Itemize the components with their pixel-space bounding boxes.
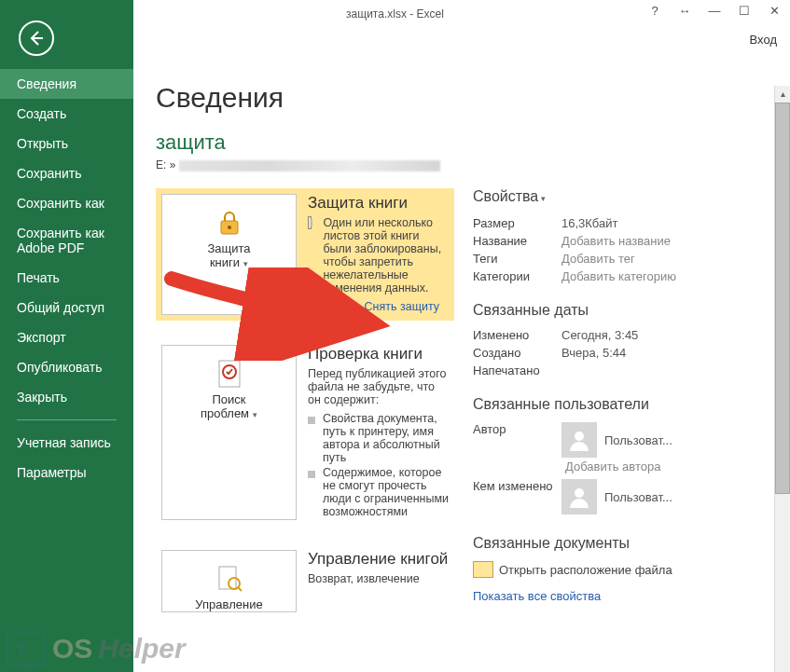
prop-size-label: Размер (473, 216, 561, 230)
prop-title-label: Название (473, 234, 561, 248)
nav-separator (17, 419, 117, 420)
date-modified-label: Изменено (473, 328, 561, 342)
nav-item-export[interactable]: Экспорт (0, 322, 133, 352)
chevron-down-icon: ▾ (243, 259, 248, 268)
manage-workbook-button[interactable]: Управление (161, 550, 297, 612)
nav-item-info[interactable]: Сведения (0, 69, 133, 99)
scroll-up-arrow[interactable]: ▴ (775, 86, 790, 103)
inspect-workbook-card: Поиск проблем▾ Проверка книги Перед публ… (156, 339, 454, 526)
inspect-lead: Перед публикацией этого файла не забудьт… (308, 367, 449, 406)
lock-icon (215, 209, 243, 237)
info-page: Сведения защита E: » (133, 0, 790, 672)
svg-point-7 (575, 432, 584, 441)
help-button[interactable]: ? (646, 4, 663, 18)
manage-subtitle: Возврат, извлечение (308, 572, 448, 585)
show-all-properties-link[interactable]: Показать все свойства (473, 589, 781, 603)
nav-item-new[interactable]: Создать (0, 99, 133, 129)
document-magnify-icon (215, 565, 243, 593)
ribbon-toggle-button[interactable]: ↔ (676, 4, 693, 18)
open-file-location-button[interactable]: Открыть расположение файла (473, 561, 781, 578)
bullet-icon (308, 305, 315, 312)
manage-workbook-card: Управление Управление книгой Возврат, из… (156, 544, 454, 618)
document-name: защита (156, 130, 790, 155)
avatar (561, 422, 597, 458)
close-button[interactable]: ✕ (766, 4, 783, 18)
inspect-bullet-2: Содержимое, которое не смогут прочесть л… (323, 466, 449, 518)
page-title: Сведения (156, 82, 790, 114)
scrollbar-thumb[interactable] (775, 103, 790, 494)
add-author-field[interactable]: Добавить автора (565, 459, 672, 473)
bullet-icon (308, 471, 315, 478)
nav-item-close[interactable]: Закрыть (0, 382, 133, 412)
date-created-value: Вчера, 5:44 (561, 346, 626, 360)
prop-size-value: 16,3Кбайт (561, 216, 617, 230)
bullet-icon (308, 417, 315, 424)
sheet-icon (308, 216, 312, 229)
related-people-heading: Связанные пользователи (473, 396, 781, 413)
prop-categories-label: Категории (473, 269, 561, 283)
check-for-issues-button[interactable]: Поиск проблем▾ (161, 345, 297, 520)
backstage-sidebar: Сведения Создать Открыть Сохранить Сохра… (0, 0, 133, 672)
inspect-bullet-1: Свойства документа, путь к принтеру, имя… (323, 412, 449, 464)
nav-item-save[interactable]: Сохранить (0, 158, 133, 188)
prop-title-value[interactable]: Добавить название (561, 234, 671, 248)
svg-line-6 (238, 587, 242, 591)
avatar (561, 479, 597, 514)
prop-tags-value[interactable]: Добавить тег (561, 252, 635, 266)
nav-item-publish[interactable]: Опубликовать (0, 352, 133, 382)
prop-tags-label: Теги (473, 252, 561, 266)
author-name[interactable]: Пользоват... (604, 433, 672, 447)
related-dates-heading: Связанные даты (473, 302, 781, 319)
nav-item-save-as-pdf[interactable]: Сохранить как Adobe PDF (0, 218, 133, 263)
date-created-label: Создано (473, 346, 561, 360)
nav-item-save-as[interactable]: Сохранить как (0, 188, 133, 218)
date-modified-value: Сегодня, 3:45 (561, 328, 638, 342)
protect-description: Один или несколько листов этой книги был… (323, 216, 449, 295)
nav-item-print[interactable]: Печать (0, 263, 133, 293)
path-blur (179, 160, 440, 171)
chevron-down-icon: ▾ (541, 194, 546, 203)
manage-title: Управление книгой (308, 550, 448, 569)
maximize-button[interactable]: ☐ (736, 4, 753, 18)
svg-point-8 (575, 488, 584, 498)
last-modified-by-label: Кем изменено (473, 479, 561, 493)
person-icon (568, 486, 590, 508)
nav-item-account[interactable]: Учетная запись (0, 428, 133, 458)
back-button[interactable] (19, 21, 54, 56)
inspect-title: Проверка книги (308, 345, 449, 363)
author-label: Автор (473, 422, 561, 436)
minimize-button[interactable]: — (706, 4, 723, 18)
last-modified-by-name[interactable]: Пользоват... (604, 490, 672, 504)
protected-sheet-name: Лист1 (323, 300, 354, 313)
remove-protection-link[interactable]: Снять защиту (365, 300, 439, 313)
arrow-left-icon (27, 29, 46, 48)
related-documents-heading: Связанные документы (473, 535, 781, 552)
chevron-down-icon: ▾ (253, 410, 257, 419)
protect-workbook-button[interactable]: Защита книги▾ (161, 194, 297, 315)
nav-item-options[interactable]: Параметры (0, 458, 133, 487)
document-check-icon (216, 359, 243, 389)
document-path: E: » (156, 158, 790, 171)
nav-item-open[interactable]: Открыть (0, 129, 133, 158)
folder-icon (473, 561, 493, 578)
prop-categories-value[interactable]: Добавить категорию (561, 269, 676, 283)
date-printed-label: Напечатано (473, 363, 561, 377)
vertical-scrollbar[interactable]: ▴ (774, 86, 790, 672)
protect-workbook-card: Защита книги▾ Защита книги Один или неск… (156, 188, 454, 321)
svg-point-1 (228, 226, 231, 229)
nav-item-share[interactable]: Общий доступ (0, 293, 133, 322)
sign-in-link[interactable]: Вход (750, 33, 777, 47)
properties-dropdown[interactable]: Свойства▾ (473, 188, 781, 205)
person-icon (568, 429, 590, 451)
protect-title: Защита книги (308, 194, 449, 213)
